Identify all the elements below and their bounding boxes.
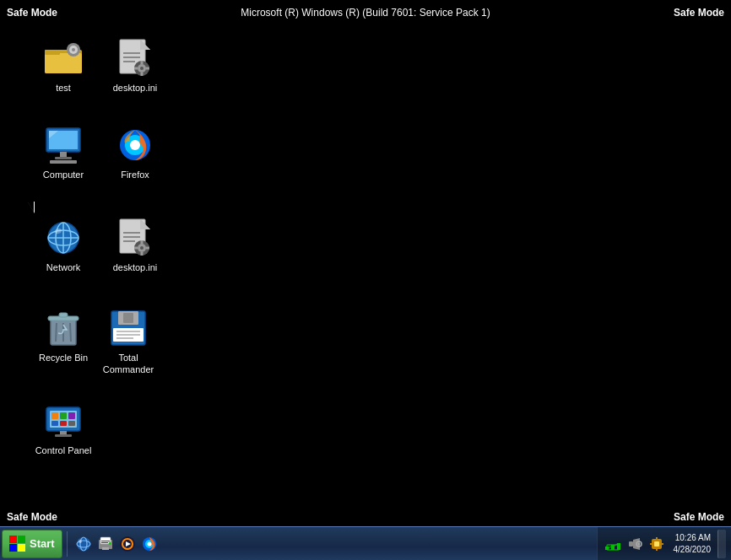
svg-rect-62: [60, 431, 67, 434]
svg-point-70: [77, 537, 90, 551]
icon-label-computer: Computer: [41, 168, 86, 181]
control-panel-icon: [43, 401, 84, 441]
svg-rect-77: [101, 541, 110, 541]
icon-label-test: test: [53, 81, 73, 94]
icon-label-network: Network: [44, 261, 83, 274]
quick-launch-media[interactable]: [117, 534, 138, 554]
svg-point-85: [147, 541, 151, 546]
svg-point-14: [140, 67, 143, 70]
icon-desktop-ini-1[interactable]: desktop.ini: [101, 38, 169, 94]
tray-misc-icon[interactable]: [647, 534, 667, 554]
svg-point-95: [637, 542, 640, 545]
folder-icon: [43, 38, 84, 78]
system-tray: 10:26 AM 4/28/2020: [597, 527, 732, 560]
icon-label-desktop-ini-1: desktop.ini: [111, 81, 160, 94]
tray-network-icon[interactable]: [603, 534, 623, 554]
icon-recycle-bin[interactable]: Recycle Bin: [30, 308, 97, 364]
svg-point-42: [140, 246, 143, 250]
svg-rect-67: [51, 421, 58, 426]
svg-rect-1: [45, 53, 82, 73]
icon-test[interactable]: test: [30, 38, 97, 94]
icon-desktop-ini-2[interactable]: desktop.ini: [101, 218, 169, 274]
clock-date: 4/28/2020: [674, 544, 712, 556]
quick-launch-print[interactable]: [95, 534, 116, 554]
svg-rect-43: [141, 240, 143, 244]
svg-rect-55: [123, 313, 133, 323]
tray-audio-icon[interactable]: [625, 534, 645, 554]
icon-label-recycle-bin: Recycle Bin: [36, 351, 90, 364]
svg-rect-63: [55, 434, 72, 437]
clock-time: 10:26 AM: [675, 532, 711, 544]
svg-rect-2: [45, 50, 60, 55]
svg-rect-16: [141, 73, 143, 76]
icon-firefox[interactable]: Firefox: [101, 125, 169, 181]
svg-rect-44: [141, 252, 143, 256]
svg-point-27: [130, 140, 140, 150]
icon-label-firefox: Firefox: [118, 168, 152, 181]
svg-rect-46: [146, 247, 149, 250]
svg-point-79: [108, 541, 111, 544]
start-button[interactable]: Start: [2, 530, 62, 558]
icon-label-total-commander: Total Commander: [100, 351, 157, 377]
windows-flag-icon: [9, 536, 26, 552]
firefox-icon: [115, 125, 155, 165]
svg-rect-22: [60, 152, 67, 157]
svg-rect-45: [134, 247, 138, 250]
svg-point-73: [79, 540, 82, 543]
tray-icons: [603, 534, 667, 554]
config-file-icon: [115, 38, 155, 78]
start-label: Start: [30, 537, 55, 550]
svg-rect-69: [68, 421, 75, 426]
icon-computer[interactable]: Computer: [30, 125, 97, 181]
config-file-icon-2: [115, 218, 155, 258]
show-desktop-button[interactable]: [717, 530, 726, 558]
svg-point-5: [72, 48, 75, 51]
total-commander-icon: [108, 308, 149, 348]
desktop: test desktop.ini: [0, 0, 731, 523]
icon-total-commander[interactable]: Total Commander: [95, 308, 162, 377]
svg-rect-66: [68, 412, 75, 419]
taskbar-separator-1: [67, 531, 68, 557]
quick-launch-firefox[interactable]: [139, 534, 160, 554]
svg-line-52: [70, 323, 71, 342]
svg-line-50: [56, 323, 57, 342]
svg-rect-76: [102, 547, 109, 550]
recycle-bin-icon: [43, 308, 84, 348]
computer-icon: [43, 125, 84, 165]
svg-rect-17: [134, 67, 138, 70]
svg-rect-97: [654, 541, 659, 547]
clock[interactable]: 10:26 AM 4/28/2020: [670, 532, 715, 556]
svg-rect-49: [59, 313, 68, 317]
svg-rect-65: [60, 412, 67, 419]
svg-rect-24: [50, 160, 77, 164]
svg-rect-64: [51, 412, 58, 419]
icon-control-panel[interactable]: Control Panel: [30, 401, 97, 457]
svg-rect-89: [617, 543, 620, 550]
quick-launch-area: [70, 534, 163, 554]
svg-line-90: [609, 547, 611, 548]
svg-rect-87: [605, 547, 609, 550]
network-icon: [43, 218, 84, 258]
quick-launch-ie[interactable]: [73, 534, 94, 554]
taskbar: Start: [0, 526, 731, 560]
icon-label-desktop-ini-2: desktop.ini: [111, 261, 160, 274]
svg-rect-23: [55, 157, 72, 159]
svg-rect-68: [60, 421, 67, 426]
svg-rect-92: [629, 541, 633, 547]
svg-rect-15: [141, 61, 143, 64]
svg-rect-18: [146, 67, 149, 70]
svg-rect-78: [101, 542, 108, 543]
svg-rect-88: [611, 545, 615, 550]
icon-network[interactable]: Network: [30, 218, 97, 274]
icon-label-control-panel: Control Panel: [33, 444, 95, 457]
